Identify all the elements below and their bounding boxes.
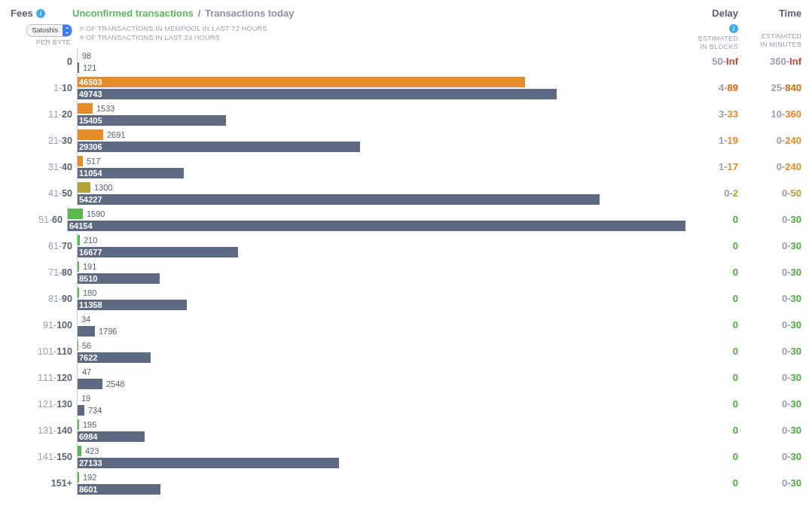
time-value-high: 840 (785, 82, 801, 93)
page-title: Unconfirmed transactions / Transactions … (72, 8, 685, 19)
bar-24h[interactable]: 29306 (78, 142, 360, 152)
chart-row: 131-140195698400-30 (11, 417, 801, 443)
fee-range-high: 120 (56, 373, 72, 383)
bar-line: 49743 (78, 89, 685, 99)
time-value-low: 0- (782, 214, 791, 225)
bar-24h[interactable]: 64154 (68, 221, 685, 231)
bar-line: 29306 (78, 142, 685, 152)
info-icon[interactable]: i (729, 24, 738, 33)
bar-72h[interactable] (78, 156, 83, 166)
bar-value-72h: 210 (80, 236, 97, 245)
bar-line: 8510 (78, 273, 685, 284)
delay-heading: Delay (685, 8, 738, 19)
bar-24h[interactable] (78, 405, 84, 416)
bar-value-24h: 64154 (68, 221, 94, 230)
bar-72h[interactable] (78, 103, 93, 114)
bar-value-72h: 47 (78, 367, 91, 376)
bar-value-72h: 195 (79, 420, 96, 429)
delay-value: 0 (685, 346, 738, 357)
bar-group: 341796 (77, 312, 685, 338)
title-today-link[interactable]: Transactions today (205, 8, 294, 19)
bar-line: 64154 (68, 221, 685, 231)
bar-72h[interactable] (68, 209, 83, 219)
bar-24h[interactable]: 15405 (78, 115, 226, 126)
time-value-low: 0- (782, 267, 791, 278)
fee-range-label: 1-10 (11, 75, 77, 101)
fee-range-label: 61-70 (11, 233, 77, 259)
bar-24h[interactable]: 49743 (78, 89, 557, 99)
bar-24h[interactable]: 54227 (78, 194, 600, 205)
bar-line: 46503 (78, 77, 685, 87)
delay-value-low: 1- (719, 135, 728, 146)
bar-24h[interactable]: 16677 (78, 247, 238, 257)
row-metrics: 1-170-240 (685, 154, 801, 180)
bar-24h[interactable]: 6984 (78, 431, 145, 442)
chart-row: 21-302691293061-190-240 (11, 127, 801, 154)
fee-range-low: 101- (38, 346, 56, 357)
unit-select[interactable]: Satoshis (26, 24, 72, 37)
time-value-high: 240 (785, 161, 801, 172)
info-icon[interactable]: i (36, 9, 45, 18)
bar-value-24h: 734 (84, 406, 102, 415)
bar-24h[interactable]: 11358 (78, 300, 187, 310)
bar-line: 47 (78, 367, 685, 377)
time-value: 0-30 (749, 346, 801, 357)
legend-72h: # OF TRANSACTIONS IN MEMPOOL IN LAST 72 … (80, 25, 685, 32)
fee-range-high: 80 (62, 267, 72, 278)
bar-24h[interactable]: 8510 (78, 273, 160, 284)
time-value-high: 30 (791, 346, 801, 357)
bar-group: 98121 (77, 48, 685, 75)
bar-72h[interactable]: 46503 (78, 77, 525, 87)
bar-72h[interactable] (78, 129, 103, 140)
bar-value-24h: 8510 (78, 274, 99, 283)
bar-line: 6984 (78, 431, 685, 442)
time-value-low: 0- (782, 319, 791, 330)
bar-24h[interactable]: 8601 (78, 484, 160, 495)
chart-row: 71-80191851000-30 (11, 259, 801, 285)
fee-range-high: 20 (62, 109, 72, 120)
delay-value-high: 0 (733, 425, 738, 436)
time-value-high: 30 (791, 319, 801, 330)
delay-value-high: 0 (733, 267, 738, 278)
bar-24h[interactable]: 7622 (78, 352, 151, 363)
fee-range-low: 11- (48, 109, 62, 120)
fee-range-high: 150 (56, 452, 72, 462)
bar-value-72h: 46503 (78, 78, 104, 87)
fee-range-low: 131- (38, 425, 56, 436)
bar-24h[interactable]: 27133 (78, 458, 339, 468)
fee-range-high: 100 (56, 320, 72, 330)
delay-value-high: 17 (728, 161, 738, 172)
chart-row: 11-201533154053-3310-360 (11, 101, 801, 127)
chart-row: 1-1046503497434-8925-840 (11, 75, 801, 101)
bar-value-24h: 54227 (78, 195, 104, 204)
delay-value: 50-Inf (685, 56, 738, 67)
bar-line: 2691 (78, 129, 685, 140)
bar-line: 517 (78, 156, 685, 166)
bar-group: 472548 (77, 364, 685, 391)
bar-line: 180 (78, 288, 685, 298)
delay-value-high: 19 (728, 135, 738, 146)
time-value-low: 0- (782, 425, 791, 436)
fee-range-label: 11-20 (11, 101, 77, 127)
bar-line: 54227 (78, 194, 685, 205)
fee-range-label: 71-80 (11, 259, 77, 285)
time-value: 0-30 (749, 372, 801, 383)
bar-line: 191 (78, 261, 685, 272)
bar-24h[interactable] (78, 326, 95, 337)
bar-24h[interactable] (78, 379, 102, 389)
fees-heading: Fees i (11, 8, 72, 19)
bar-72h[interactable] (78, 182, 90, 193)
bar-value-24h: 7622 (78, 353, 99, 362)
fee-range-high: 130 (56, 399, 72, 410)
time-value-low: 25- (771, 82, 786, 93)
title-unconfirmed-link[interactable]: Unconfirmed transactions (72, 8, 194, 19)
bar-line: 1796 (78, 326, 685, 337)
fee-range-high: 60 (52, 215, 63, 225)
unit-select-value: Satoshis (27, 25, 63, 36)
time-value-low: 0- (782, 240, 791, 251)
fee-range-low: 91- (43, 320, 56, 330)
time-value-low: 0- (782, 451, 791, 462)
bar-24h[interactable]: 11054 (78, 168, 184, 178)
chart-row: 41-501300542270-20-50 (11, 180, 801, 206)
bar-group: 4650349743 (77, 75, 685, 101)
